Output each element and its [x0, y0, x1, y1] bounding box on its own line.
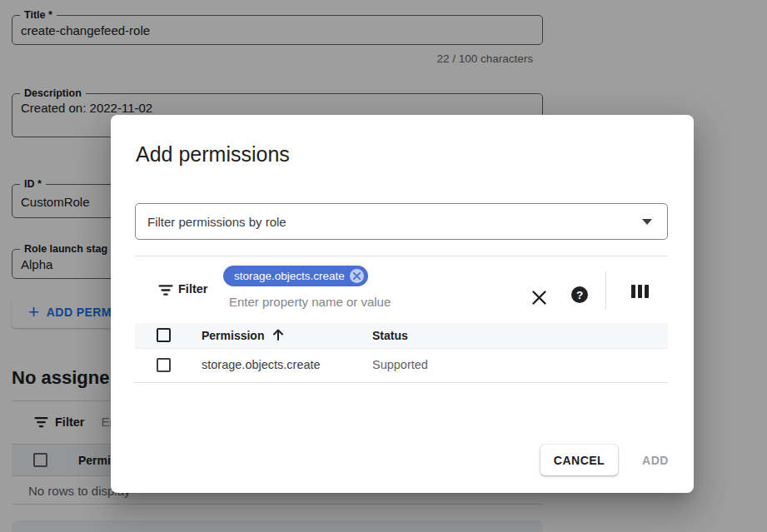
vertical-divider: [605, 271, 606, 310]
divider: [135, 256, 668, 256]
dialog-table-header: Permission Status: [135, 323, 668, 349]
dialog-filter-label: Filter: [178, 282, 207, 296]
create-role-screen: Title * create-changefeed-role 22 / 100 …: [0, 0, 767, 532]
row-status-value: Supported: [372, 358, 428, 371]
filter-icon: [158, 284, 173, 296]
chip-remove-icon[interactable]: [350, 269, 364, 283]
filter-permissions-by-role-dropdown[interactable]: Filter permissions by role: [135, 203, 668, 240]
dropdown-placeholder: Filter permissions by role: [147, 215, 642, 229]
add-permissions-dialog: Add permissions Filter permissions by ro…: [111, 115, 694, 493]
filter-chip-storage-objects-create[interactable]: storage.objects.create: [223, 266, 368, 286]
dialog-title: Add permissions: [136, 142, 290, 167]
select-all-checkbox[interactable]: [157, 328, 171, 342]
cancel-button[interactable]: CANCEL: [540, 445, 618, 475]
column-display-options-icon[interactable]: [631, 285, 649, 298]
clear-filter-icon[interactable]: [528, 286, 550, 308]
filter-chip-label: storage.objects.create: [234, 270, 345, 282]
status-column-header[interactable]: Status: [372, 329, 408, 342]
help-icon[interactable]: ?: [571, 286, 588, 303]
sort-ascending-icon[interactable]: [271, 327, 285, 341]
row-permission-value: storage.objects.create: [202, 358, 321, 371]
permission-column-header[interactable]: Permission: [202, 329, 264, 342]
row-checkbox[interactable]: [157, 358, 171, 372]
table-row[interactable]: storage.objects.create Supported: [135, 349, 668, 383]
chevron-down-icon: [642, 219, 652, 225]
filter-input[interactable]: [229, 291, 504, 311]
add-button[interactable]: ADD: [630, 445, 681, 475]
